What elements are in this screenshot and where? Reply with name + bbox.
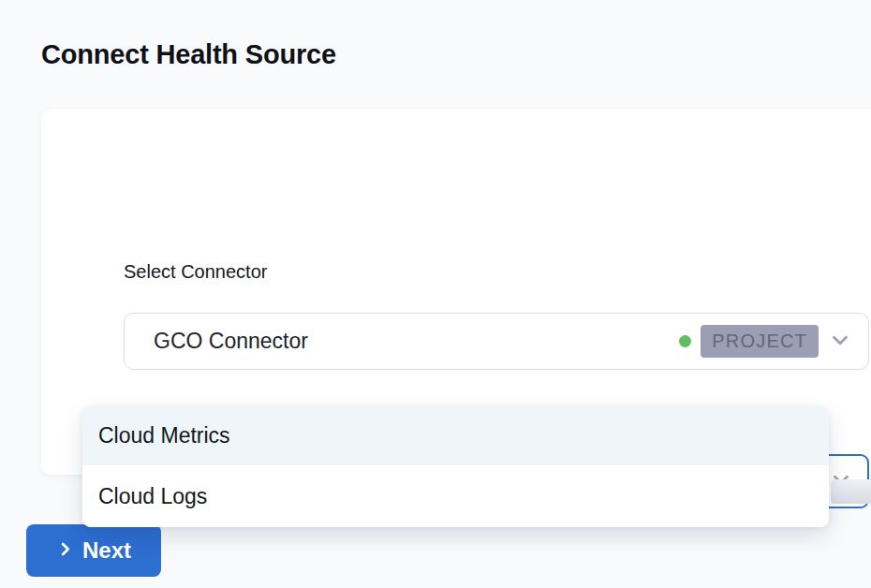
select-connector-label: Select Connector bbox=[124, 261, 267, 283]
connector-select[interactable]: GCO Connector PROJECT bbox=[124, 313, 869, 370]
connector-meta: PROJECT bbox=[679, 325, 852, 358]
scrollbar-thumb-fragment[interactable] bbox=[831, 479, 871, 504]
page-title: Connect Health Source bbox=[41, 39, 336, 70]
project-scope-badge: PROJECT bbox=[701, 325, 819, 358]
connector-selected-value: GCO Connector bbox=[154, 329, 679, 354]
chevron-down-icon bbox=[828, 328, 852, 356]
option-cloud-metrics[interactable]: Cloud Metrics bbox=[82, 405, 829, 465]
next-button[interactable]: Next bbox=[26, 524, 161, 577]
feature-options-menu: Cloud Metrics Cloud Logs bbox=[82, 405, 829, 527]
option-cloud-logs[interactable]: Cloud Logs bbox=[82, 465, 829, 527]
next-button-label: Next bbox=[82, 537, 131, 564]
status-dot-icon bbox=[679, 335, 691, 347]
chevron-right-icon bbox=[56, 540, 74, 561]
